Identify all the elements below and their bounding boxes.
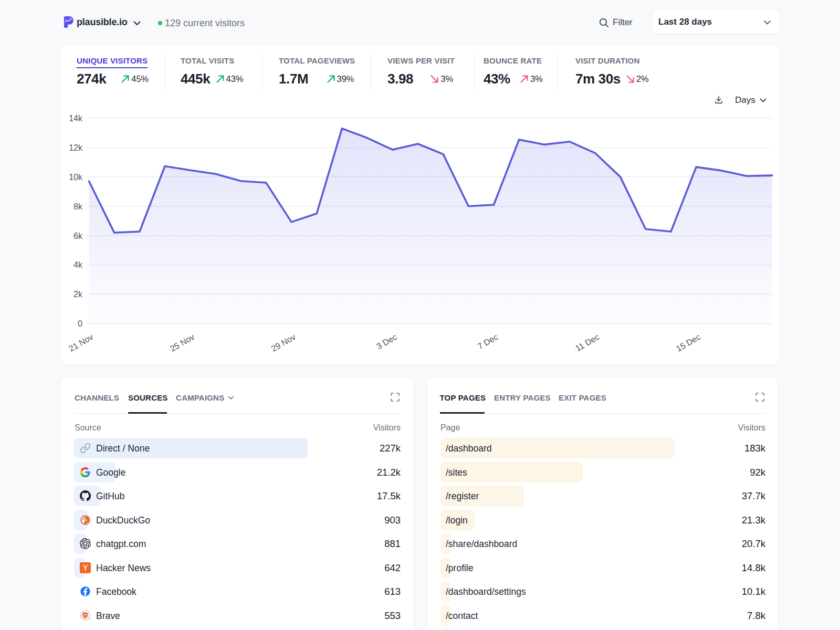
- svg-text:4k: 4k: [74, 260, 83, 269]
- svg-text:15 Dec: 15 Dec: [675, 332, 702, 353]
- svg-text:3 Dec: 3 Dec: [375, 332, 398, 351]
- svg-text:11 Dec: 11 Dec: [574, 332, 601, 353]
- svg-text:2k: 2k: [74, 290, 83, 299]
- svg-text:21 Nov: 21 Nov: [67, 332, 94, 353]
- svg-text:10k: 10k: [69, 173, 83, 182]
- svg-text:6k: 6k: [74, 232, 83, 240]
- svg-text:29 Nov: 29 Nov: [270, 332, 297, 353]
- svg-text:8k: 8k: [74, 202, 83, 211]
- svg-text:0: 0: [78, 319, 82, 328]
- svg-text:25 Nov: 25 Nov: [169, 332, 196, 353]
- svg-text:14k: 14k: [69, 114, 83, 123]
- svg-text:7 Dec: 7 Dec: [476, 332, 500, 351]
- svg-text:12k: 12k: [69, 143, 83, 152]
